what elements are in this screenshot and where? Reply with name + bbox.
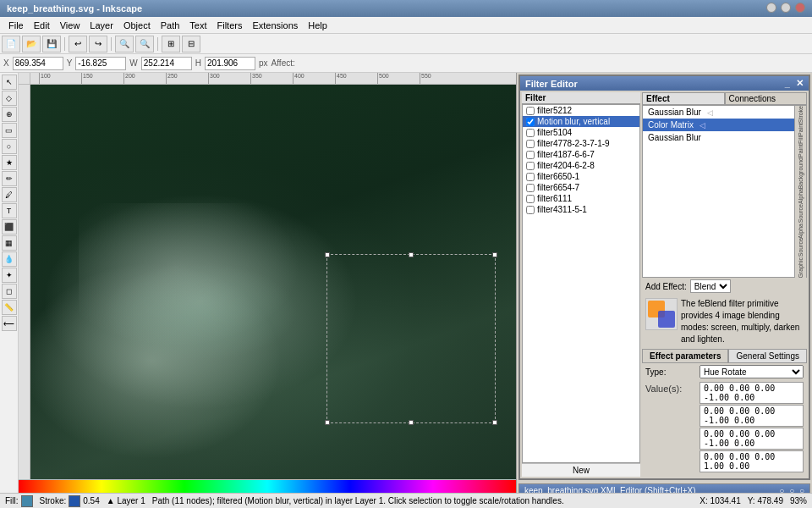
tab-effect-params[interactable]: Effect parameters (642, 349, 728, 362)
filter-editor-minimize[interactable]: _ (785, 78, 790, 88)
maximize-button[interactable] (781, 3, 791, 13)
ruler-corner (19, 73, 30, 85)
gradient-tool[interactable]: ▦ (2, 235, 17, 251)
menu-path[interactable]: Path (156, 20, 185, 30)
save-button[interactable]: 💾 (42, 36, 61, 52)
group-button[interactable]: ⊞ (162, 36, 180, 52)
stroke-swatch[interactable] (69, 495, 80, 507)
fill-swatch[interactable] (21, 495, 33, 507)
filter-checkbox-9[interactable] (526, 206, 535, 214)
filter-editor-close[interactable]: ✕ (796, 78, 804, 88)
app-title-text: keep_breathing.svg - Inkscape (7, 3, 142, 14)
filter-checkbox-6[interactable] (526, 173, 535, 181)
text-tool[interactable]: T (2, 203, 17, 218)
erase-tool[interactable]: ◻ (2, 284, 17, 299)
dropper-tool[interactable]: 💧 (2, 251, 17, 267)
node-tool[interactable]: ◇ (2, 91, 17, 106)
y-input[interactable] (75, 57, 126, 70)
tab-effect[interactable]: Effect (642, 92, 725, 105)
menu-edit[interactable]: Edit (29, 20, 55, 30)
xml-editor-close[interactable]: ○ (799, 486, 804, 493)
selection-handle-bl[interactable] (325, 420, 330, 425)
rect-tool[interactable]: ▭ (2, 123, 17, 138)
filter-checkbox-8[interactable] (526, 195, 535, 203)
ungroup-button[interactable]: ⊟ (182, 36, 200, 52)
connector-tool[interactable]: ⟵ (2, 316, 17, 331)
selection-handle-tr[interactable] (492, 252, 497, 257)
spray-tool[interactable]: ✦ (2, 268, 17, 283)
filter-item-9[interactable]: filter4311-5-1 (523, 204, 639, 215)
canvas[interactable] (30, 85, 516, 479)
redo-button[interactable]: ↪ (89, 36, 107, 52)
effect-item-1[interactable]: Color Matrix ◁ (643, 119, 794, 131)
open-button[interactable]: 📂 (22, 36, 41, 52)
xml-editor-maximize[interactable]: ○ (789, 486, 794, 493)
x-input[interactable] (13, 57, 63, 70)
label-stroke: Stroke (798, 106, 804, 123)
zoom-tool[interactable]: ⊕ (2, 107, 17, 122)
label-alpha2: Alpha (798, 224, 804, 239)
menu-file[interactable]: File (3, 20, 29, 30)
circle-tool[interactable]: ○ (2, 139, 17, 154)
menu-text[interactable]: Text (184, 20, 211, 30)
menu-extensions[interactable]: Extensions (247, 20, 303, 30)
menu-view[interactable]: View (55, 20, 85, 30)
y-label: Y (67, 58, 73, 68)
filter-item-3[interactable]: filter4778-2-3-7-1-9 (523, 138, 639, 149)
w-input[interactable] (141, 57, 192, 70)
filter-checkbox-2[interactable] (526, 129, 535, 137)
new-button[interactable]: 📄 (2, 36, 20, 52)
pencil-tool[interactable]: ✏ (2, 171, 17, 186)
tab-general-settings[interactable]: General Settings (728, 349, 807, 362)
effect-item-2[interactable]: Gaussian Blur (643, 131, 794, 144)
filter-item-0[interactable]: filter5212 (523, 105, 639, 116)
filter-item-2[interactable]: filter5104 (523, 127, 639, 138)
menu-help[interactable]: Help (303, 20, 332, 30)
type-select[interactable]: Hue Rotate (700, 365, 804, 378)
pen-tool[interactable]: 🖊 (2, 187, 17, 202)
menu-object[interactable]: Object (118, 20, 156, 30)
star-tool[interactable]: ★ (2, 155, 17, 170)
filter-item-4[interactable]: filter4187-6-6-7 (523, 149, 639, 160)
filter-checkbox-0[interactable] (526, 107, 535, 115)
selection-handle-tl[interactable] (325, 252, 330, 257)
coord-display: X: 1034.41 (700, 496, 740, 505)
filter-checkbox-1[interactable] (526, 118, 535, 126)
blend-icon (645, 298, 678, 330)
menu-filters[interactable]: Filters (212, 20, 248, 30)
filter-item-7[interactable]: filter6654-7 (523, 182, 639, 193)
filter-item-1[interactable]: Motion blur, vertical (523, 116, 639, 127)
filter-item-8[interactable]: filter6111 (523, 193, 639, 204)
filter-checkbox-5[interactable] (526, 162, 535, 170)
close-button[interactable] (795, 3, 805, 13)
tab-connections[interactable]: Connections (725, 92, 808, 105)
measure-tool[interactable]: 📏 (2, 300, 17, 315)
selection-handle-br[interactable] (492, 420, 497, 425)
matrix-values: 0.00 0.00 0.00 -1.00 0.00 0.00 0.00 0.00… (700, 382, 804, 473)
effect-area: Gaussian Blur ◁ Color Matrix ◁ Gaussian … (642, 105, 807, 278)
selection-handle-bm[interactable] (409, 420, 414, 425)
effect-item-0[interactable]: Gaussian Blur ◁ (643, 106, 794, 119)
color-palette[interactable] (19, 479, 516, 493)
effect-list: Gaussian Blur ◁ Color Matrix ◁ Gaussian … (642, 105, 795, 278)
xml-editor-minimize[interactable]: ○ (779, 486, 784, 493)
unit-label: px (259, 58, 268, 68)
filter-checkbox-4[interactable] (526, 151, 535, 159)
selection-handle-tm[interactable] (409, 252, 414, 257)
add-effect-select[interactable]: Blend (690, 279, 731, 293)
filter-checkbox-7[interactable] (526, 184, 535, 192)
filter-item-label-6: filter6650-1 (537, 172, 579, 181)
window-controls (765, 3, 805, 14)
h-input[interactable] (205, 57, 255, 70)
fill-tool[interactable]: ⬛ (2, 219, 17, 235)
filter-checkbox-3[interactable] (526, 140, 535, 148)
filter-item-5[interactable]: filter4204-6-2-8 (523, 160, 639, 171)
zoom-out-button[interactable]: 🔍 (135, 36, 154, 52)
filter-item-6[interactable]: filter6650-1 (523, 171, 639, 182)
minimize-button[interactable] (766, 3, 776, 13)
undo-button[interactable]: ↩ (69, 36, 87, 52)
menu-layer[interactable]: Layer (85, 20, 118, 30)
select-tool[interactable]: ↖ (2, 75, 17, 90)
zoom-in-button[interactable]: 🔍 (115, 36, 134, 52)
filter-new-button[interactable]: New (522, 463, 640, 477)
